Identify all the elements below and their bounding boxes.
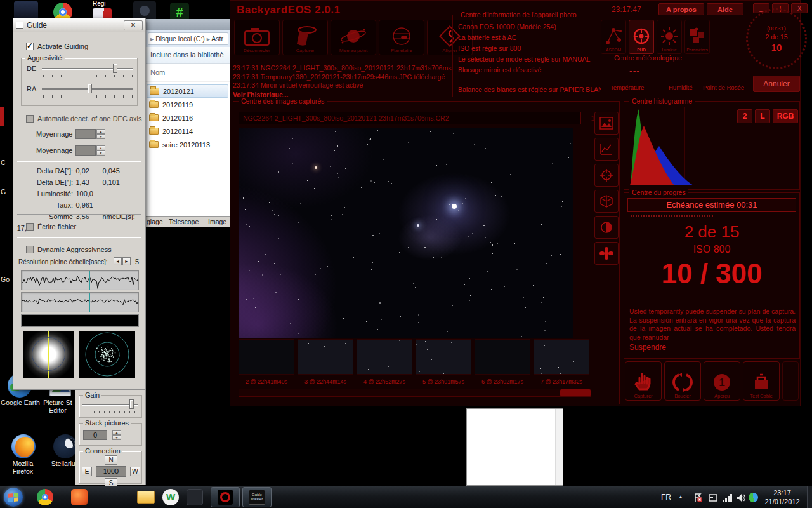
- crosshair-button[interactable]: [594, 164, 619, 187]
- de-slider[interactable]: [42, 64, 133, 74]
- rose-button[interactable]: [594, 242, 619, 265]
- star-dot: [452, 305, 453, 306]
- suspend-link[interactable]: Suspendre: [629, 343, 666, 352]
- start-button[interactable]: [4, 488, 23, 507]
- menu-item-telescope[interactable]: Telescope: [169, 217, 199, 227]
- folder-row[interactable]: 20120121: [147, 84, 228, 98]
- cube-button[interactable]: [594, 190, 619, 213]
- dynamic-aggressivness-checkbox[interactable]: [26, 246, 34, 253]
- taskbar-w-app-icon[interactable]: W: [162, 489, 179, 505]
- taskbar-clock[interactable]: 23:17 21/01/2012: [760, 488, 804, 506]
- scrollbar-thumb[interactable]: [560, 389, 591, 396]
- taskbar-chrome-icon[interactable]: [37, 489, 53, 505]
- volume-icon[interactable]: [736, 493, 746, 503]
- show-desktop-button[interactable]: [807, 486, 812, 508]
- test-cable-button[interactable]: Test Cable: [743, 361, 780, 401]
- tray-window-icon[interactable]: [708, 493, 718, 503]
- thumbnail[interactable]: [416, 339, 471, 375]
- picture-editor-label[interactable]: Picture St Editor: [39, 399, 76, 414]
- thumbnail[interactable]: [475, 339, 530, 375]
- folder-row[interactable]: 20120114: [147, 124, 228, 138]
- contrast-button[interactable]: [594, 216, 619, 239]
- network-signal-icon[interactable]: [722, 493, 733, 503]
- close-button[interactable]: X: [791, 3, 808, 13]
- astro-image[interactable]: [239, 128, 573, 338]
- firefox-label[interactable]: Mozilla Firefox: [3, 460, 43, 475]
- write-file-checkbox[interactable]: [26, 223, 34, 231]
- histogram-rgb-button[interactable]: RGB: [773, 109, 798, 123]
- help-button[interactable]: Aide: [707, 3, 743, 15]
- explorer-titlebar[interactable]: [145, 19, 230, 30]
- activate-guiding-checkbox[interactable]: [26, 43, 34, 50]
- action-center-flag-icon[interactable]: [693, 493, 703, 503]
- taskbar-media-icon[interactable]: [71, 489, 88, 505]
- breadcrumb-folder[interactable]: Astr: [211, 35, 223, 43]
- star-dot: [338, 180, 339, 180]
- star-dot: [441, 257, 442, 258]
- column-header-name[interactable]: Nom: [145, 67, 230, 82]
- tab-ascom[interactable]: ASCOM: [601, 20, 626, 54]
- tab-settings[interactable]: Paramètres: [684, 20, 710, 54]
- language-indicator[interactable]: FR: [661, 493, 671, 502]
- white-window-scrollbar[interactable]: [555, 409, 563, 485]
- graph-button[interactable]: [594, 138, 619, 161]
- guide-titlebar[interactable]: Guide ✕: [13, 18, 145, 32]
- auto-deact-checkbox[interactable]: [26, 115, 34, 123]
- thumbnail[interactable]: [357, 339, 412, 375]
- loop-button[interactable]: Boucler: [664, 361, 701, 401]
- menu-item-fragment[interactable]: glage: [147, 217, 163, 227]
- firefox-icon[interactable]: [11, 434, 36, 458]
- nudge-west-button[interactable]: W: [130, 467, 140, 476]
- thumbnail[interactable]: [298, 339, 353, 375]
- breadcrumb-drive[interactable]: Disque local (C:): [155, 35, 205, 43]
- tab-focus[interactable]: Mise au point: [331, 20, 376, 55]
- google-earth-label[interactable]: Google Earth: [0, 399, 41, 406]
- taskbar-explorer-icon[interactable]: [137, 491, 155, 504]
- histogram-2-button[interactable]: 2: [737, 109, 752, 123]
- pulse-duration[interactable]: 1000: [96, 466, 126, 477]
- capture-button[interactable]: Capturer: [625, 361, 662, 401]
- gain-slider[interactable]: [82, 399, 138, 410]
- tab-phd[interactable]: PHD: [629, 20, 654, 54]
- tab-disconnect[interactable]: Déconnecter: [234, 20, 280, 55]
- thumbnail[interactable]: [239, 339, 294, 375]
- tray-expand-arrow[interactable]: ▲: [678, 494, 683, 500]
- moyennage-de-spinner[interactable]: ▲▼: [96, 129, 105, 139]
- guide-taskbar-button[interactable]: Guide master: [242, 487, 272, 507]
- folder-row[interactable]: soire 20120113: [147, 138, 228, 151]
- nudge-east-button[interactable]: E: [82, 467, 92, 476]
- about-button[interactable]: A propos: [658, 3, 704, 15]
- folder-row[interactable]: 20120116: [147, 111, 228, 124]
- background-white-window[interactable]: [466, 408, 563, 486]
- resolution-increase-button[interactable]: ►: [122, 257, 131, 265]
- tab-capture[interactable]: Capturer: [282, 20, 328, 55]
- tab-light[interactable]: Lumière: [657, 20, 682, 54]
- picture-view-button[interactable]: [594, 112, 619, 135]
- close-icon[interactable]: ✕: [124, 20, 143, 30]
- tray-app-icon[interactable]: [749, 493, 758, 502]
- moyennage-ra-value[interactable]: [75, 145, 96, 156]
- star-dot: [392, 236, 393, 236]
- histogram-l-button[interactable]: L: [755, 109, 770, 123]
- moyennage-ra-spinner[interactable]: ▲▼: [96, 145, 105, 156]
- backyardeos-taskbar-button[interactable]: [211, 487, 240, 507]
- tab-planetary[interactable]: Planétaire: [379, 20, 424, 55]
- star-dot: [292, 163, 293, 164]
- stack-value[interactable]: 0: [83, 430, 107, 440]
- star-dot: [449, 284, 449, 285]
- ra-slider[interactable]: [42, 84, 133, 94]
- breadcrumb[interactable]: ▸ Disque local (C:) ▸ Astr: [148, 32, 228, 45]
- resolution-decrease-button[interactable]: ◄: [114, 257, 122, 265]
- stack-spinner[interactable]: ▲▼: [112, 430, 121, 440]
- thumbnail[interactable]: [534, 339, 589, 375]
- thumbnail-scrollbar[interactable]: [239, 389, 591, 397]
- cancel-button[interactable]: Annuler: [753, 76, 800, 92]
- preview-button[interactable]: 1 Aperçu: [704, 361, 740, 401]
- taskbar-dark-app-icon[interactable]: [187, 489, 203, 505]
- folder-row[interactable]: 20120119: [147, 98, 228, 111]
- nudge-north-button[interactable]: N: [105, 455, 117, 465]
- include-library-button[interactable]: Inclure dans la bibliothè: [150, 51, 224, 58]
- moyennage-de-value[interactable]: [75, 129, 96, 139]
- menu-item-image[interactable]: Image: [208, 217, 226, 227]
- stellarium-icon[interactable]: [53, 434, 77, 458]
